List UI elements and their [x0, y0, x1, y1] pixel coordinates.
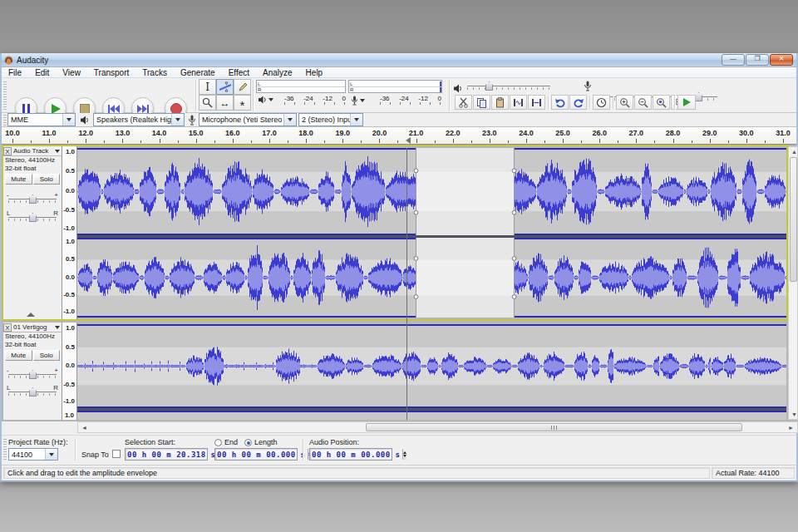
- amplitude-scale-label: 1.0: [66, 324, 75, 332]
- envelope-tool-icon: [219, 81, 232, 93]
- playback-meter[interactable]: L R: [256, 80, 346, 93]
- menu-effect[interactable]: Effect: [222, 67, 256, 78]
- zoom-out-button[interactable]: [634, 95, 652, 110]
- length-radio-label[interactable]: Length: [254, 438, 278, 446]
- zoom-tool-button[interactable]: [199, 95, 216, 111]
- track1-mute-button[interactable]: Mute: [5, 174, 32, 185]
- desktop-background: Audacity — ❐ ✕ FileEditViewTransportTrac…: [0, 0, 798, 532]
- track1-vertical-ruler: 1.00.50.0-0.5-1.0 1.00.50.0-0.5-1.0: [62, 146, 77, 319]
- ruler-tick: [746, 139, 747, 143]
- track1-channel1-waveform[interactable]: [77, 148, 786, 235]
- end-radio[interactable]: [214, 439, 222, 446]
- playback-device-dropdown[interactable]: Speakers (Realtek High Definit: [93, 113, 185, 126]
- copy-button[interactable]: [473, 95, 490, 110]
- menu-transport[interactable]: Transport: [87, 67, 135, 78]
- recording-meter-dropdown[interactable]: [351, 96, 365, 106]
- zoom-out-icon: [638, 97, 648, 108]
- fit-selection-button[interactable]: [653, 95, 670, 110]
- track2-pan-slider[interactable]: L R: [8, 385, 57, 396]
- project-rate-dropdown[interactable]: 44100: [8, 448, 58, 461]
- silence-audio-button[interactable]: [528, 95, 545, 110]
- spinner-icon[interactable]: [402, 449, 406, 460]
- draw-tool-button[interactable]: [234, 79, 251, 95]
- track1-pan-slider[interactable]: L R: [8, 210, 57, 221]
- cut-button[interactable]: [455, 95, 472, 110]
- zoom-in-icon: [619, 97, 630, 108]
- zoom-in-button[interactable]: [616, 95, 633, 110]
- play-at-speed-button[interactable]: [677, 95, 696, 110]
- trim-audio-button[interactable]: [510, 95, 527, 110]
- pan-right-label: R: [53, 384, 58, 392]
- track2-close-button[interactable]: X: [3, 323, 12, 332]
- audio-position-timebox[interactable]: 00 h 00 m 00.000 s: [309, 448, 392, 461]
- menu-analyze[interactable]: Analyze: [256, 67, 299, 78]
- vertical-scrollbar[interactable]: ▲ ▼: [788, 146, 798, 420]
- audio-position-label: Audio Position:: [309, 438, 359, 446]
- track1-collapse-icon[interactable]: [27, 313, 35, 317]
- track2-gain-slider[interactable]: - +: [8, 367, 57, 378]
- minimize-button[interactable]: —: [722, 54, 745, 66]
- output-volume-slider[interactable]: [467, 81, 550, 91]
- title-bar[interactable]: Audacity — ❐ ✕: [2, 53, 796, 67]
- scroll-right-icon[interactable]: ►: [788, 425, 794, 431]
- track2-menu-arrow-icon[interactable]: [55, 326, 60, 329]
- time-shift-tool-button[interactable]: ↔: [216, 95, 234, 111]
- length-radio[interactable]: [244, 439, 252, 446]
- selection-toolbar-grip[interactable]: [3, 439, 7, 461]
- menu-generate[interactable]: Generate: [174, 67, 222, 78]
- track1-pan-thumb[interactable]: [29, 213, 37, 222]
- track1-gain-slider[interactable]: - +: [8, 192, 57, 203]
- track2-title[interactable]: 01 Vertigog: [13, 323, 55, 331]
- track2-solo-button[interactable]: Solo: [33, 350, 61, 361]
- selection-start-timebox[interactable]: 00 h 00 m 20.318 s: [125, 448, 208, 461]
- track1-channel2-waveform[interactable]: [77, 238, 786, 318]
- menu-view[interactable]: View: [56, 67, 87, 78]
- recording-meter[interactable]: L R: [348, 80, 442, 93]
- vertical-scrollbar-thumb[interactable]: [790, 157, 797, 282]
- track1-menu-arrow-icon[interactable]: [55, 150, 60, 153]
- track1-gain-thumb[interactable]: [29, 195, 37, 204]
- menu-help[interactable]: Help: [299, 67, 330, 78]
- redo-button[interactable]: [569, 95, 587, 110]
- menu-edit[interactable]: Edit: [28, 67, 56, 78]
- sync-lock-button[interactable]: [593, 95, 610, 110]
- paste-button[interactable]: [491, 95, 509, 110]
- device-toolbar-grip[interactable]: [3, 115, 7, 126]
- multi-tool-button[interactable]: *: [234, 95, 251, 111]
- end-radio-label[interactable]: End: [224, 438, 238, 446]
- envelope-tool-button[interactable]: [216, 79, 234, 95]
- ruler-label: 13.0: [116, 129, 131, 137]
- audio-host-dropdown[interactable]: MME: [7, 113, 76, 126]
- length-timebox[interactable]: 00 h 00 m 00.000 s: [214, 448, 298, 461]
- recording-channels-dropdown[interactable]: 2 (Stereo) Input C: [298, 113, 363, 126]
- timeline-ruler[interactable]: 10.011.012.013.014.015.016.017.018.019.0…: [2, 127, 796, 145]
- selection-tool-button[interactable]: I: [199, 79, 216, 95]
- playback-meter-dropdown[interactable]: [258, 96, 273, 104]
- output-volume-thumb[interactable]: [485, 81, 493, 91]
- menu-tracks[interactable]: Tracks: [135, 67, 174, 78]
- ruler-minor-tick: [581, 140, 582, 143]
- restore-button[interactable]: ❐: [746, 54, 769, 66]
- scroll-up-icon[interactable]: ▲: [791, 149, 797, 155]
- input-volume-thumb[interactable]: [695, 92, 702, 101]
- length-value: 00 h 00 m 00.000 s: [215, 451, 308, 459]
- track1-solo-button[interactable]: Solo: [33, 174, 61, 185]
- track2-pan-thumb[interactable]: [29, 387, 37, 397]
- microphone-icon: [584, 81, 592, 91]
- snap-to-checkbox[interactable]: [112, 450, 121, 458]
- scroll-down-icon[interactable]: ▼: [791, 411, 797, 417]
- scroll-left-icon[interactable]: ◄: [81, 425, 87, 431]
- menu-file[interactable]: File: [2, 67, 28, 78]
- track2-mute-button[interactable]: Mute: [5, 350, 32, 361]
- transport-toolbar-grip[interactable]: [3, 81, 7, 110]
- undo-button[interactable]: [551, 95, 569, 110]
- track2-channel2-waveform-partial[interactable]: [77, 411, 786, 420]
- track2-gain-thumb[interactable]: [29, 370, 37, 379]
- track2-channel1-waveform[interactable]: [77, 324, 786, 408]
- recording-device-dropdown[interactable]: Microphone (Yeti Stereo Micro: [199, 113, 297, 126]
- close-button[interactable]: ✕: [770, 54, 793, 66]
- track1-close-button[interactable]: X: [3, 147, 12, 155]
- horizontal-scrollbar-thumb[interactable]: [366, 423, 742, 431]
- track1-title[interactable]: Audio Track: [13, 147, 55, 155]
- horizontal-scrollbar[interactable]: ◄ ►: [77, 421, 798, 433]
